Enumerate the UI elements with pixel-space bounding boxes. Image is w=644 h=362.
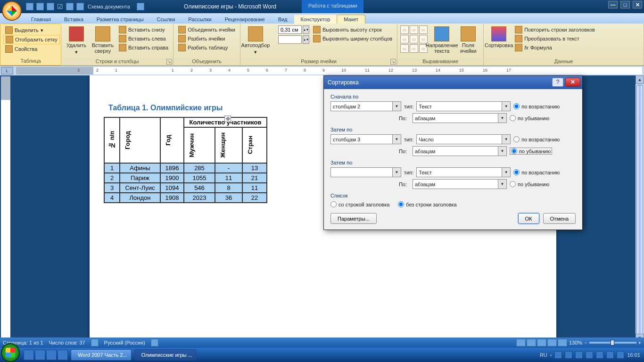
sort2-type-combo[interactable]: Число▼ <box>416 134 511 144</box>
insert-above-button[interactable]: Вставить сверху <box>91 25 115 55</box>
sort2-po-combo[interactable]: абзацам▼ <box>413 146 507 156</box>
distribute-cols-button[interactable]: Выровнять ширину столбцов <box>311 34 394 43</box>
select-button[interactable]: Выделить ▾ <box>3 26 60 34</box>
autofit-button[interactable]: Автоподбор▾ <box>243 25 268 56</box>
align-mc[interactable]: ▭ <box>410 35 418 43</box>
rows-cols-launcher[interactable]: ↘ <box>166 59 172 65</box>
tab-references[interactable]: Ссылки <box>150 15 182 24</box>
tab-review[interactable]: Рецензирование <box>218 15 272 24</box>
tray-chevron-icon[interactable]: ‹ <box>550 352 552 358</box>
insert-below-button[interactable]: Вставить снизу <box>117 25 170 34</box>
align-tr[interactable]: ▭ <box>419 25 428 34</box>
taskbar-item-word-doc1[interactable]: Word 2007 Часть 2... <box>71 349 132 361</box>
tab-view[interactable]: Вид <box>272 15 294 24</box>
zoom-value[interactable]: 130% <box>569 340 582 346</box>
tab-home[interactable]: Главная <box>25 15 58 24</box>
cell-margins-button[interactable]: Поля ячейки <box>456 25 480 55</box>
without-header-radio[interactable]: без строки заголовка <box>398 201 456 207</box>
tray-icon[interactable] <box>586 351 593 359</box>
taskbar-item-word-doc2[interactable]: Олимписские игры ... <box>134 349 197 361</box>
olympics-table[interactable]: № п/п Город Год Количество участников Му… <box>104 117 267 203</box>
sort3-asc-radio[interactable]: по возрастанию <box>513 169 560 175</box>
tray-icon[interactable] <box>596 351 603 359</box>
tray-icon[interactable] <box>554 351 562 359</box>
zoom-slider[interactable] <box>589 342 636 344</box>
ql-icon[interactable] <box>24 350 34 360</box>
office-button[interactable] <box>2 1 22 21</box>
vertical-scrollbar[interactable]: ▲ ▼ <box>636 75 644 342</box>
tray-icon[interactable] <box>565 351 572 359</box>
cancel-button[interactable]: Отмена <box>543 213 576 224</box>
cell-size-launcher[interactable]: ↘ <box>390 59 396 65</box>
redo-icon[interactable] <box>47 3 54 10</box>
table-move-handle[interactable]: ✥ <box>224 115 231 122</box>
qat-pane-icon[interactable] <box>76 3 84 10</box>
split-cells-button[interactable]: Разбить ячейки <box>176 34 237 43</box>
tray-lang[interactable]: RU <box>540 352 547 358</box>
qat-dropdown-icon[interactable] <box>137 3 144 10</box>
macro-icon[interactable] <box>151 339 158 346</box>
status-words[interactable]: Число слов: 37 <box>49 340 85 346</box>
tab-mailings[interactable]: Рассылки <box>182 15 218 24</box>
convert-to-text-button[interactable]: Преобразовать в текст <box>513 34 597 43</box>
align-tc[interactable]: ▭ <box>410 25 418 34</box>
options-button[interactable]: Параметры... <box>330 213 377 224</box>
ql-icon[interactable] <box>58 350 68 360</box>
scroll-up-icon[interactable]: ▲ <box>636 75 644 84</box>
tray-clock[interactable]: 16:01 <box>627 352 640 358</box>
sort2-desc-radio[interactable]: по убыванию <box>510 148 552 155</box>
zoom-in-button[interactable]: + <box>638 340 641 346</box>
undo-icon[interactable] <box>36 3 44 10</box>
tab-layout[interactable]: Макет <box>337 15 365 24</box>
status-language[interactable]: Русский (Россия) <box>104 340 145 346</box>
insert-right-button[interactable]: Вставить справа <box>117 43 170 52</box>
align-bc[interactable]: ▭ <box>410 44 418 53</box>
minimize-button[interactable]: — <box>608 1 618 8</box>
horizontal-ruler[interactable]: 321 1234567891011121314151617 <box>16 67 642 74</box>
tab-page-layout[interactable]: Разметка страницы <box>90 15 150 24</box>
sort3-column-combo[interactable]: ▼ <box>330 167 401 177</box>
tray-icon[interactable] <box>606 351 614 359</box>
distribute-rows-button[interactable]: Выровнять высоту строк <box>311 25 394 34</box>
align-ml[interactable]: ▭ <box>400 35 409 43</box>
zoom-out-button[interactable]: − <box>584 340 587 346</box>
text-direction-button[interactable]: Направление текста <box>429 25 454 55</box>
tray-icon[interactable] <box>575 351 583 359</box>
view-outline-icon[interactable] <box>547 339 557 346</box>
sort-button[interactable]: Сортировка <box>487 25 511 49</box>
properties-button[interactable]: Свойства <box>3 45 60 53</box>
sort2-asc-radio[interactable]: по возрастанию <box>513 136 560 142</box>
view-print-icon[interactable] <box>516 339 526 346</box>
vertical-ruler[interactable] <box>1 76 10 341</box>
sort3-desc-radio[interactable]: по убыванию <box>510 181 549 187</box>
tab-design[interactable]: Конструктор <box>294 15 337 24</box>
sort1-column-combo[interactable]: столбцам 2▼ <box>330 101 401 111</box>
align-bl[interactable]: ▭ <box>400 44 409 53</box>
sort3-type-combo[interactable]: Текст▼ <box>416 167 511 177</box>
start-button[interactable] <box>1 343 20 362</box>
show-gridlines-button[interactable]: Отобразить сетку <box>3 35 60 44</box>
row-height-input[interactable] <box>278 25 302 34</box>
view-web-icon[interactable] <box>537 339 546 346</box>
dialog-help-button[interactable]: ? <box>552 78 563 87</box>
maximize-button[interactable]: □ <box>620 1 630 8</box>
repeat-header-button[interactable]: Повторить строки заголовков <box>513 25 597 34</box>
scroll-thumb[interactable] <box>636 85 643 339</box>
tab-insert[interactable]: Вставка <box>58 15 90 24</box>
close-button[interactable]: ✕ <box>633 1 642 8</box>
ok-button[interactable]: ОК <box>518 213 539 224</box>
ql-icon[interactable] <box>35 350 45 360</box>
split-table-button[interactable]: Разбить таблицу <box>176 43 237 52</box>
dialog-close-button[interactable]: ✕ <box>565 78 580 87</box>
qat-schema-label[interactable]: Схема документа <box>88 4 130 9</box>
ruler-corner[interactable]: L <box>1 67 13 74</box>
ql-icon[interactable] <box>46 350 57 360</box>
col-width-input[interactable] <box>278 35 302 44</box>
height-spinner[interactable]: ▲▼ <box>303 25 309 34</box>
sort3-po-combo[interactable]: абзацам▼ <box>413 179 507 189</box>
sort2-column-combo[interactable]: столбцам 3▼ <box>330 134 401 144</box>
merge-cells-button[interactable]: Объединить ячейки <box>176 25 237 34</box>
view-fullscreen-icon[interactable] <box>527 339 536 346</box>
with-header-radio[interactable]: со строкой заголовка <box>330 201 389 207</box>
width-spinner[interactable]: ▲▼ <box>303 35 309 44</box>
